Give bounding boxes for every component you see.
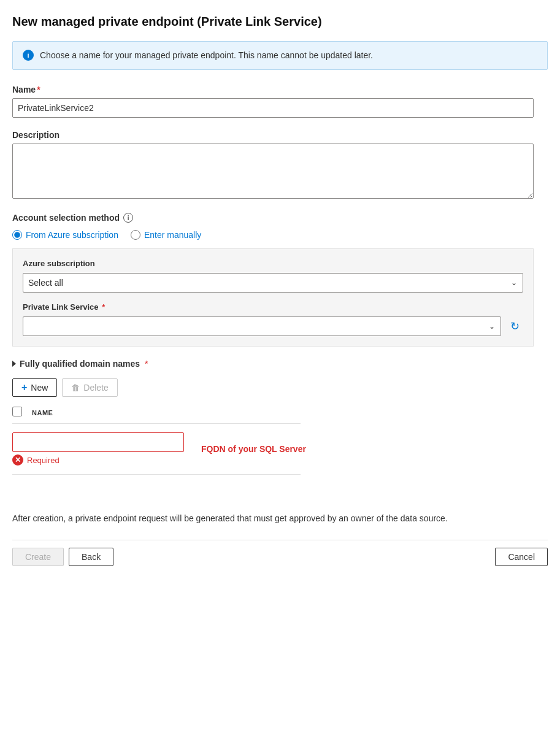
name-required-star: * xyxy=(37,85,40,94)
collapse-icon[interactable] xyxy=(12,361,16,367)
table-row: ✕ Required FQDN of your SQL Server xyxy=(12,429,301,469)
radio-enter-manually-label: Enter manually xyxy=(144,230,201,240)
footer-note: After creation, a private endpoint reque… xyxy=(12,512,546,525)
subscription-box: Azure subscription Select all ⌄ Private … xyxy=(12,248,534,347)
refresh-button[interactable]: ↻ xyxy=(506,318,523,335)
cancel-button[interactable]: Cancel xyxy=(495,548,548,566)
description-input[interactable] xyxy=(12,144,534,199)
new-button-label: New xyxy=(31,383,48,393)
header-checkbox-cell xyxy=(12,407,25,418)
action-left-buttons: Create Back xyxy=(12,548,113,566)
info-banner: i Choose a name for your managed private… xyxy=(12,41,548,70)
name-label: Name* xyxy=(12,85,548,94)
fqdn-required-star: * xyxy=(145,359,148,369)
private-link-required-star: * xyxy=(102,302,105,312)
plus-icon: + xyxy=(21,382,27,393)
private-link-service-select-wrapper: ⌄ xyxy=(23,316,501,336)
private-link-service-row: ⌄ ↻ xyxy=(23,316,523,336)
delete-button-label: Delete xyxy=(83,383,108,393)
radio-enter-manually[interactable]: Enter manually xyxy=(131,230,201,240)
name-field-group: Name* xyxy=(12,85,548,118)
private-link-service-label: Private Link Service * xyxy=(23,302,523,312)
error-icon: ✕ xyxy=(12,454,23,466)
azure-subscription-select-wrapper: Select all ⌄ xyxy=(23,273,523,293)
fqdn-hint: FQDN of your SQL Server xyxy=(201,444,306,454)
fqdn-section-title: Fully qualified domain names xyxy=(20,359,140,369)
table-row-separator xyxy=(12,474,301,475)
name-input[interactable] xyxy=(12,98,534,118)
action-bar: Create Back Cancel xyxy=(12,540,548,573)
required-error: ✕ Required xyxy=(12,454,184,466)
description-field-group: Description xyxy=(12,130,548,201)
fqdn-input[interactable] xyxy=(12,432,184,452)
account-selection-label: Account selection method i xyxy=(12,213,548,223)
account-selection-group: Account selection method i From Azure su… xyxy=(12,213,548,347)
radio-enter-manually-input[interactable] xyxy=(131,230,140,240)
new-button[interactable]: + New xyxy=(12,378,57,397)
radio-from-azure[interactable]: From Azure subscription xyxy=(12,230,118,240)
trash-icon: 🗑 xyxy=(71,383,80,393)
azure-subscription-label: Azure subscription xyxy=(23,259,523,268)
page-title: New managed private endpoint (Private Li… xyxy=(12,15,548,29)
fqdn-section-header: Fully qualified domain names * xyxy=(12,359,548,369)
account-selection-info-icon[interactable]: i xyxy=(123,213,133,223)
create-button[interactable]: Create xyxy=(12,548,64,566)
delete-button[interactable]: 🗑 Delete xyxy=(62,378,117,397)
radio-from-azure-label: From Azure subscription xyxy=(26,230,118,240)
info-banner-text: Choose a name for your managed private e… xyxy=(40,49,373,62)
back-button[interactable]: Back xyxy=(69,548,113,566)
info-icon: i xyxy=(23,50,34,61)
column-name-header: NAME xyxy=(32,409,53,416)
azure-subscription-select[interactable]: Select all xyxy=(23,273,523,293)
account-selection-radio-group: From Azure subscription Enter manually xyxy=(12,230,548,240)
radio-from-azure-input[interactable] xyxy=(12,230,22,240)
description-label: Description xyxy=(12,130,548,140)
required-error-text: Required xyxy=(27,456,59,465)
fqdn-toolbar: + New 🗑 Delete xyxy=(12,378,548,397)
fqdn-table: NAME ✕ Required FQDN of your SQL Server xyxy=(12,407,301,475)
private-link-service-select[interactable] xyxy=(23,316,501,336)
header-checkbox[interactable] xyxy=(12,407,22,416)
table-header-row: NAME xyxy=(12,407,301,424)
